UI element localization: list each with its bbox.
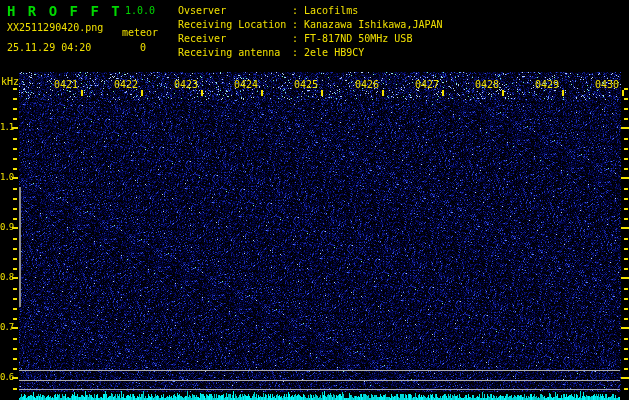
freq-major-tick-left xyxy=(12,227,18,229)
freq-minor-tick-right xyxy=(624,308,628,310)
station-info-value: FT-817ND 50MHz USB xyxy=(304,33,412,44)
freq-minor-tick-left xyxy=(13,298,17,300)
freq-minor-tick-right xyxy=(624,108,628,110)
reference-line-3 xyxy=(19,389,620,390)
station-info-label: Receiving antenna xyxy=(178,46,292,60)
time-tick-label: 0423 xyxy=(173,79,198,90)
freq-minor-tick-right xyxy=(624,168,628,170)
freq-major-tick-left xyxy=(12,377,18,379)
freq-minor-tick-left xyxy=(13,388,17,390)
time-tick-label: 0428 xyxy=(474,79,499,90)
station-info-label: Receiving Location xyxy=(178,18,292,32)
freq-minor-tick-right xyxy=(624,218,628,220)
freq-minor-tick-left xyxy=(13,358,17,360)
freq-minor-tick-right xyxy=(624,88,628,90)
freq-minor-tick-left xyxy=(13,188,17,190)
time-tick-label: 0430 xyxy=(594,79,619,90)
freq-minor-tick-left xyxy=(13,118,17,120)
freq-minor-tick-right xyxy=(624,368,628,370)
time-tick xyxy=(261,90,263,96)
freq-minor-tick-left xyxy=(13,218,17,220)
freq-minor-tick-left xyxy=(13,338,17,340)
station-info-separator: : xyxy=(292,19,298,30)
freq-minor-tick-right xyxy=(624,388,628,390)
freq-major-tick-right xyxy=(621,177,629,179)
station-info-block: Ovserver:LacofilmsReceiving Location:Kan… xyxy=(178,4,443,60)
freq-minor-tick-left xyxy=(13,258,17,260)
reference-line-2 xyxy=(19,380,620,381)
time-tick xyxy=(321,90,323,96)
freq-minor-tick-left xyxy=(13,238,17,240)
time-tick xyxy=(141,90,143,96)
freq-minor-tick-right xyxy=(624,248,628,250)
station-info-row: Ovserver:Lacofilms xyxy=(178,4,443,18)
freq-major-tick-right xyxy=(621,227,629,229)
freq-minor-tick-right xyxy=(624,358,628,360)
app-title: H R O F F T xyxy=(7,3,122,19)
freq-minor-tick-right xyxy=(624,348,628,350)
freq-major-tick-right xyxy=(621,277,629,279)
station-info-value: Kanazawa Ishikawa,JAPAN xyxy=(304,19,442,30)
time-tick-label: 0429 xyxy=(534,79,559,90)
freq-minor-tick-left xyxy=(13,148,17,150)
freq-major-tick-right xyxy=(621,327,629,329)
freq-major-tick-left xyxy=(12,177,18,179)
freq-minor-tick-left xyxy=(13,98,17,100)
spectrogram-canvas xyxy=(0,0,629,400)
time-tick xyxy=(81,90,83,96)
station-info-value: Lacofilms xyxy=(304,5,358,16)
freq-minor-tick-left xyxy=(13,168,17,170)
time-tick xyxy=(502,90,504,96)
freq-major-tick-left xyxy=(12,277,18,279)
reference-line-1 xyxy=(19,370,620,371)
freq-minor-tick-right xyxy=(624,158,628,160)
station-info-value: 2ele HB9CY xyxy=(304,47,364,58)
time-tick-label: 0427 xyxy=(414,79,439,90)
station-info-row: Receiving Location:Kanazawa Ishikawa,JAP… xyxy=(178,18,443,32)
time-tick-label: 0426 xyxy=(354,79,379,90)
hrofft-output: H R O F F T 1.0.0 XX2511290420.png meteo… xyxy=(0,0,629,400)
freq-minor-tick-right xyxy=(624,138,628,140)
freq-minor-tick-right xyxy=(624,318,628,320)
freq-minor-tick-right xyxy=(624,98,628,100)
freq-major-tick-left xyxy=(12,127,18,129)
freq-minor-tick-left xyxy=(13,158,17,160)
freq-minor-tick-right xyxy=(624,268,628,270)
time-tick-label: 0421 xyxy=(53,79,78,90)
freq-minor-tick-left xyxy=(13,208,17,210)
meteor-count-value: 0 xyxy=(140,42,146,53)
record-datetime: 25.11.29 04:20 xyxy=(7,42,91,53)
station-info-label: Receiver xyxy=(178,32,292,46)
freq-minor-tick-right xyxy=(624,258,628,260)
time-tick xyxy=(442,90,444,96)
time-tick xyxy=(622,90,624,96)
freq-minor-tick-right xyxy=(624,238,628,240)
station-info-separator: : xyxy=(292,47,298,58)
time-tick-label: 0424 xyxy=(233,79,258,90)
freq-minor-tick-right xyxy=(624,198,628,200)
freq-axis-unit: kHz xyxy=(1,76,19,87)
freq-major-tick-right xyxy=(621,377,629,379)
freq-minor-tick-left xyxy=(13,318,17,320)
output-filename: XX2511290420.png xyxy=(7,22,103,33)
station-info-row: Receiver:FT-817ND 50MHz USB xyxy=(178,32,443,46)
time-tick xyxy=(201,90,203,96)
freq-minor-tick-right xyxy=(624,208,628,210)
freq-minor-tick-right xyxy=(624,288,628,290)
time-tick xyxy=(382,90,384,96)
freq-minor-tick-right xyxy=(624,148,628,150)
station-info-row: Receiving antenna:2ele HB9CY xyxy=(178,46,443,60)
level-scale-bar xyxy=(19,187,21,307)
station-info-label: Ovserver xyxy=(178,4,292,18)
time-tick-label: 0422 xyxy=(113,79,138,90)
station-info-separator: : xyxy=(292,33,298,44)
freq-major-tick-left xyxy=(12,327,18,329)
freq-minor-tick-right xyxy=(624,188,628,190)
station-info-separator: : xyxy=(292,5,298,16)
freq-minor-tick-right xyxy=(624,298,628,300)
freq-major-tick-right xyxy=(621,127,629,129)
freq-minor-tick-right xyxy=(624,338,628,340)
freq-minor-tick-left xyxy=(13,198,17,200)
freq-minor-tick-left xyxy=(13,138,17,140)
app-version: 1.0.0 xyxy=(125,5,155,16)
